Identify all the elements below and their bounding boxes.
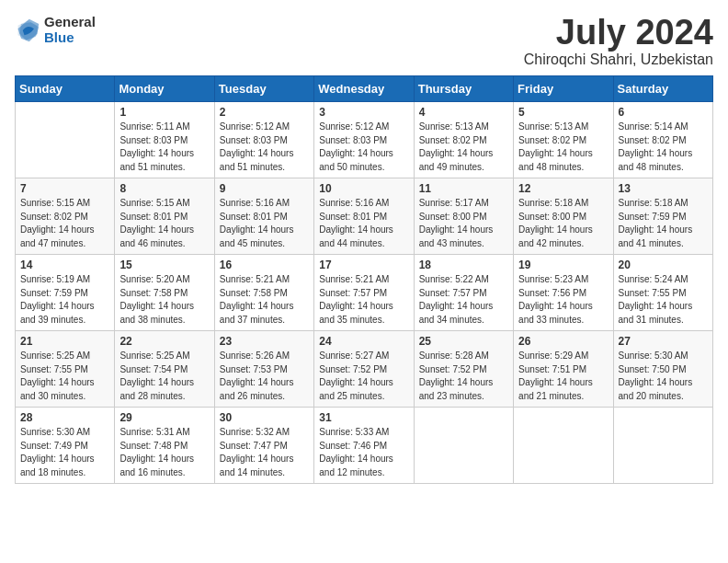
day-info: Sunrise: 5:21 AMSunset: 7:57 PMDaylight:… bbox=[319, 273, 408, 327]
day-info: Sunrise: 5:15 AMSunset: 8:01 PMDaylight:… bbox=[119, 197, 209, 250]
day-info: Sunrise: 5:16 AMSunset: 8:01 PMDaylight:… bbox=[220, 197, 309, 250]
calendar-cell: 1Sunrise: 5:11 AMSunset: 8:03 PMDaylight… bbox=[115, 102, 214, 178]
calendar-cell: 23Sunrise: 5:26 AMSunset: 7:53 PMDayligh… bbox=[214, 331, 313, 408]
calendar-cell: 19Sunrise: 5:23 AMSunset: 7:56 PMDayligh… bbox=[514, 255, 613, 331]
day-number: 20 bbox=[619, 259, 708, 271]
calendar-cell: 8Sunrise: 5:15 AMSunset: 8:01 PMDaylight… bbox=[115, 178, 214, 255]
day-info: Sunrise: 5:31 AMSunset: 7:48 PMDaylight:… bbox=[119, 426, 209, 479]
day-info: Sunrise: 5:15 AMSunset: 8:02 PMDaylight:… bbox=[20, 197, 109, 250]
day-info: Sunrise: 5:33 AMSunset: 7:46 PMDaylight:… bbox=[319, 426, 408, 479]
day-info: Sunrise: 5:12 AMSunset: 8:03 PMDaylight:… bbox=[319, 121, 408, 174]
day-info: Sunrise: 5:25 AMSunset: 7:55 PMDaylight:… bbox=[20, 350, 109, 403]
calendar-cell: 18Sunrise: 5:22 AMSunset: 7:57 PMDayligh… bbox=[414, 255, 513, 331]
day-info: Sunrise: 5:17 AMSunset: 8:00 PMDaylight:… bbox=[419, 197, 508, 250]
weekday-header: Wednesday bbox=[314, 76, 414, 102]
day-info: Sunrise: 5:14 AMSunset: 8:02 PMDaylight:… bbox=[619, 121, 708, 174]
calendar-cell: 20Sunrise: 5:24 AMSunset: 7:55 PMDayligh… bbox=[613, 255, 712, 331]
logo-text: General Blue bbox=[44, 15, 96, 45]
calendar-cell: 5Sunrise: 5:13 AMSunset: 8:02 PMDaylight… bbox=[514, 102, 613, 178]
calendar-cell bbox=[514, 408, 613, 484]
day-info: Sunrise: 5:18 AMSunset: 8:00 PMDaylight:… bbox=[518, 197, 608, 250]
day-number: 30 bbox=[220, 411, 309, 424]
day-number: 3 bbox=[319, 106, 408, 119]
day-info: Sunrise: 5:13 AMSunset: 8:02 PMDaylight:… bbox=[518, 121, 608, 174]
calendar-cell: 25Sunrise: 5:28 AMSunset: 7:52 PMDayligh… bbox=[414, 331, 513, 408]
calendar-cell: 4Sunrise: 5:13 AMSunset: 8:02 PMDaylight… bbox=[414, 102, 513, 178]
logo-general: General bbox=[44, 15, 96, 30]
day-info: Sunrise: 5:29 AMSunset: 7:51 PMDaylight:… bbox=[518, 350, 608, 403]
calendar-week-row: 28Sunrise: 5:30 AMSunset: 7:49 PMDayligh… bbox=[16, 408, 713, 484]
day-info: Sunrise: 5:25 AMSunset: 7:54 PMDaylight:… bbox=[119, 350, 209, 403]
day-number: 16 bbox=[220, 259, 309, 271]
calendar-cell: 31Sunrise: 5:33 AMSunset: 7:46 PMDayligh… bbox=[314, 408, 414, 484]
day-number: 18 bbox=[419, 259, 508, 271]
calendar-cell bbox=[414, 408, 513, 484]
day-info: Sunrise: 5:22 AMSunset: 7:57 PMDaylight:… bbox=[419, 273, 508, 327]
weekday-header: Tuesday bbox=[214, 76, 313, 102]
weekday-header: Sunday bbox=[16, 76, 115, 102]
calendar-cell: 14Sunrise: 5:19 AMSunset: 7:59 PMDayligh… bbox=[16, 255, 115, 331]
logo-blue: Blue bbox=[44, 30, 96, 46]
day-info: Sunrise: 5:30 AMSunset: 7:49 PMDaylight:… bbox=[20, 426, 109, 479]
calendar-cell bbox=[16, 102, 115, 178]
day-number: 1 bbox=[119, 106, 209, 119]
page-header: General Blue July 2024 Chiroqchi Shahri,… bbox=[15, 15, 713, 68]
day-number: 25 bbox=[419, 335, 508, 348]
day-number: 23 bbox=[220, 335, 309, 348]
calendar-cell: 27Sunrise: 5:30 AMSunset: 7:50 PMDayligh… bbox=[613, 331, 712, 408]
calendar-cell: 29Sunrise: 5:31 AMSunset: 7:48 PMDayligh… bbox=[115, 408, 214, 484]
calendar-week-row: 7Sunrise: 5:15 AMSunset: 8:02 PMDaylight… bbox=[16, 178, 713, 255]
calendar-cell: 15Sunrise: 5:20 AMSunset: 7:58 PMDayligh… bbox=[115, 255, 214, 331]
weekday-header: Monday bbox=[115, 76, 214, 102]
day-number: 21 bbox=[20, 335, 109, 348]
day-info: Sunrise: 5:27 AMSunset: 7:52 PMDaylight:… bbox=[319, 350, 408, 403]
weekday-header: Friday bbox=[514, 76, 613, 102]
day-number: 4 bbox=[419, 106, 508, 119]
day-info: Sunrise: 5:26 AMSunset: 7:53 PMDaylight:… bbox=[220, 350, 309, 403]
day-number: 11 bbox=[419, 182, 508, 195]
calendar-cell: 3Sunrise: 5:12 AMSunset: 8:03 PMDaylight… bbox=[314, 102, 414, 178]
calendar-cell: 9Sunrise: 5:16 AMSunset: 8:01 PMDaylight… bbox=[214, 178, 313, 255]
day-number: 27 bbox=[619, 335, 708, 348]
calendar-cell: 6Sunrise: 5:14 AMSunset: 8:02 PMDaylight… bbox=[613, 102, 712, 178]
day-info: Sunrise: 5:19 AMSunset: 7:59 PMDaylight:… bbox=[20, 273, 109, 327]
day-number: 15 bbox=[119, 259, 209, 271]
day-number: 12 bbox=[518, 182, 608, 195]
calendar-cell: 22Sunrise: 5:25 AMSunset: 7:54 PMDayligh… bbox=[115, 331, 214, 408]
weekday-header-row: SundayMondayTuesdayWednesdayThursdayFrid… bbox=[16, 76, 713, 102]
day-info: Sunrise: 5:28 AMSunset: 7:52 PMDaylight:… bbox=[419, 350, 508, 403]
day-info: Sunrise: 5:23 AMSunset: 7:56 PMDaylight:… bbox=[518, 273, 608, 327]
day-info: Sunrise: 5:12 AMSunset: 8:03 PMDaylight:… bbox=[220, 121, 309, 174]
calendar-week-row: 21Sunrise: 5:25 AMSunset: 7:55 PMDayligh… bbox=[16, 331, 713, 408]
calendar-cell: 7Sunrise: 5:15 AMSunset: 8:02 PMDaylight… bbox=[16, 178, 115, 255]
day-info: Sunrise: 5:16 AMSunset: 8:01 PMDaylight:… bbox=[319, 197, 408, 250]
day-number: 2 bbox=[220, 106, 309, 119]
calendar-cell: 24Sunrise: 5:27 AMSunset: 7:52 PMDayligh… bbox=[314, 331, 414, 408]
calendar-cell: 30Sunrise: 5:32 AMSunset: 7:47 PMDayligh… bbox=[214, 408, 313, 484]
calendar-cell: 21Sunrise: 5:25 AMSunset: 7:55 PMDayligh… bbox=[16, 331, 115, 408]
logo: General Blue bbox=[15, 15, 96, 45]
day-number: 9 bbox=[220, 182, 309, 195]
calendar-subtitle: Chiroqchi Shahri, Uzbekistan bbox=[524, 52, 713, 68]
day-number: 24 bbox=[319, 335, 408, 348]
day-number: 31 bbox=[319, 411, 408, 424]
calendar-table: SundayMondayTuesdayWednesdayThursdayFrid… bbox=[15, 75, 713, 484]
calendar-cell: 13Sunrise: 5:18 AMSunset: 7:59 PMDayligh… bbox=[613, 178, 712, 255]
day-info: Sunrise: 5:11 AMSunset: 8:03 PMDaylight:… bbox=[119, 121, 209, 174]
calendar-cell: 17Sunrise: 5:21 AMSunset: 7:57 PMDayligh… bbox=[314, 255, 414, 331]
calendar-cell: 12Sunrise: 5:18 AMSunset: 8:00 PMDayligh… bbox=[514, 178, 613, 255]
calendar-cell: 16Sunrise: 5:21 AMSunset: 7:58 PMDayligh… bbox=[214, 255, 313, 331]
day-number: 26 bbox=[518, 335, 608, 348]
day-number: 5 bbox=[518, 106, 608, 119]
day-number: 14 bbox=[20, 259, 109, 271]
day-info: Sunrise: 5:24 AMSunset: 7:55 PMDaylight:… bbox=[619, 273, 708, 327]
day-info: Sunrise: 5:30 AMSunset: 7:50 PMDaylight:… bbox=[619, 350, 708, 403]
calendar-week-row: 14Sunrise: 5:19 AMSunset: 7:59 PMDayligh… bbox=[16, 255, 713, 331]
calendar-cell: 2Sunrise: 5:12 AMSunset: 8:03 PMDaylight… bbox=[214, 102, 313, 178]
day-info: Sunrise: 5:20 AMSunset: 7:58 PMDaylight:… bbox=[119, 273, 209, 327]
day-number: 6 bbox=[619, 106, 708, 119]
calendar-cell: 11Sunrise: 5:17 AMSunset: 8:00 PMDayligh… bbox=[414, 178, 513, 255]
day-info: Sunrise: 5:13 AMSunset: 8:02 PMDaylight:… bbox=[419, 121, 508, 174]
day-number: 7 bbox=[20, 182, 109, 195]
weekday-header: Saturday bbox=[613, 76, 712, 102]
